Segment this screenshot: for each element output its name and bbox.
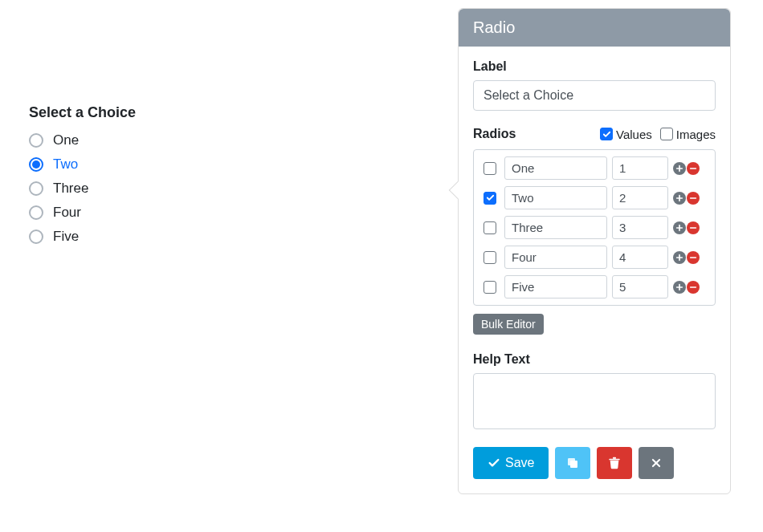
radio-icon bbox=[29, 157, 43, 172]
option-default-checkbox[interactable] bbox=[484, 251, 496, 264]
preview-radio-option[interactable]: One bbox=[29, 132, 350, 148]
add-option-icon[interactable] bbox=[673, 221, 686, 234]
radio-icon bbox=[29, 133, 43, 148]
radio-icon bbox=[29, 229, 43, 244]
settings-panel: Radio Label Radios Values Images Bulk Ed… bbox=[458, 8, 731, 494]
option-default-checkbox[interactable] bbox=[484, 221, 496, 234]
option-row-actions bbox=[673, 281, 708, 294]
option-row-actions bbox=[673, 192, 708, 205]
copy-icon bbox=[565, 456, 580, 470]
preview-radio-option[interactable]: Four bbox=[29, 205, 350, 221]
close-button[interactable] bbox=[639, 447, 674, 479]
help-text-title: Help Text bbox=[473, 352, 716, 367]
option-value-input[interactable] bbox=[612, 156, 668, 180]
save-button[interactable]: Save bbox=[473, 447, 549, 479]
radio-preview: Select a Choice OneTwoThreeFourFive bbox=[29, 104, 350, 253]
option-default-checkbox[interactable] bbox=[484, 281, 496, 294]
remove-option-icon[interactable] bbox=[687, 221, 700, 234]
add-option-icon[interactable] bbox=[673, 281, 686, 294]
values-toggle-label: Values bbox=[616, 128, 652, 141]
values-toggle[interactable]: Values bbox=[600, 128, 652, 141]
bulk-editor-button[interactable]: Bulk Editor bbox=[473, 314, 544, 335]
values-checkbox[interactable] bbox=[600, 128, 613, 140]
images-toggle[interactable]: Images bbox=[660, 128, 716, 141]
preview-title: Select a Choice bbox=[29, 104, 350, 121]
remove-option-icon[interactable] bbox=[687, 192, 700, 205]
images-toggle-label: Images bbox=[676, 128, 716, 141]
option-default-checkbox[interactable] bbox=[484, 192, 496, 205]
copy-button[interactable] bbox=[555, 447, 590, 479]
option-value-input[interactable] bbox=[612, 186, 668, 209]
radios-section-title: Radios bbox=[473, 127, 516, 141]
preview-radio-option[interactable]: Two bbox=[29, 156, 350, 173]
radio-icon bbox=[29, 181, 43, 196]
option-row bbox=[480, 153, 708, 183]
option-default-checkbox[interactable] bbox=[484, 162, 496, 175]
remove-option-icon[interactable] bbox=[687, 162, 700, 175]
option-label-input[interactable] bbox=[504, 186, 607, 209]
svg-rect-17 bbox=[610, 459, 620, 461]
remove-option-icon[interactable] bbox=[687, 281, 700, 294]
help-text-input[interactable] bbox=[473, 373, 716, 429]
option-label-input[interactable] bbox=[504, 216, 607, 239]
option-row-actions bbox=[673, 162, 708, 175]
option-label-input[interactable] bbox=[504, 246, 607, 269]
check-icon bbox=[488, 457, 500, 469]
preview-radio-option[interactable]: Five bbox=[29, 229, 350, 245]
delete-button[interactable] bbox=[597, 447, 632, 479]
images-checkbox[interactable] bbox=[660, 128, 673, 140]
option-label-input[interactable] bbox=[504, 156, 607, 180]
preview-radio-label: Three bbox=[53, 181, 88, 197]
option-row-actions bbox=[673, 251, 708, 264]
preview-radio-label: Four bbox=[53, 205, 81, 221]
option-value-input[interactable] bbox=[612, 275, 668, 298]
option-label-input[interactable] bbox=[504, 275, 607, 298]
label-section-title: Label bbox=[473, 59, 716, 74]
option-row bbox=[480, 213, 708, 242]
option-value-input[interactable] bbox=[612, 216, 668, 239]
preview-radio-option[interactable]: Three bbox=[29, 181, 350, 197]
save-button-label: Save bbox=[505, 456, 534, 470]
add-option-icon[interactable] bbox=[673, 192, 686, 205]
radio-icon bbox=[29, 205, 43, 220]
add-option-icon[interactable] bbox=[673, 251, 686, 264]
preview-radio-label: One bbox=[53, 132, 79, 148]
option-row bbox=[480, 272, 708, 302]
trash-icon bbox=[608, 456, 621, 470]
preview-radio-label: Two bbox=[53, 156, 78, 173]
preview-radio-label: Five bbox=[53, 229, 79, 245]
remove-option-icon[interactable] bbox=[687, 251, 700, 264]
option-row bbox=[480, 242, 708, 272]
panel-header: Radio bbox=[459, 9, 730, 47]
option-value-input[interactable] bbox=[612, 246, 668, 269]
option-row-actions bbox=[673, 221, 708, 234]
add-option-icon[interactable] bbox=[673, 162, 686, 175]
radios-options-list bbox=[473, 149, 716, 306]
close-icon bbox=[651, 457, 662, 469]
label-input[interactable] bbox=[473, 80, 716, 111]
svg-rect-16 bbox=[568, 458, 575, 465]
option-row bbox=[480, 183, 708, 213]
svg-rect-18 bbox=[613, 457, 616, 459]
